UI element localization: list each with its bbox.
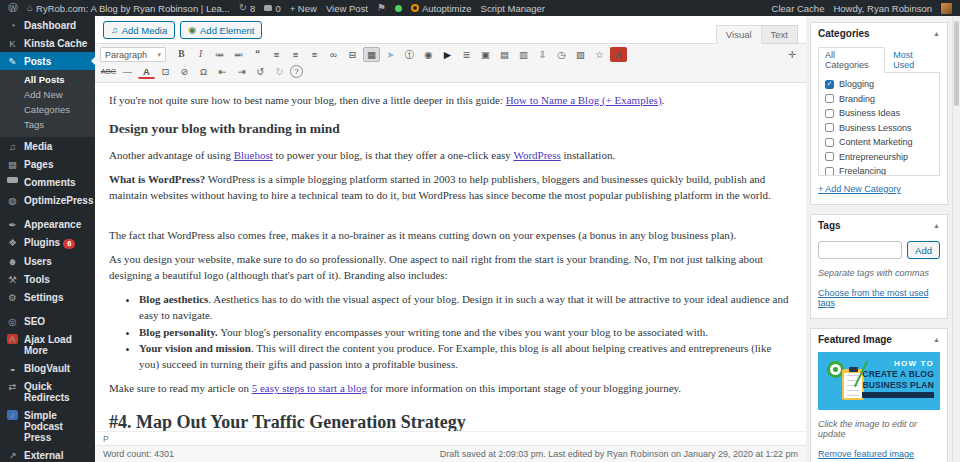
sidebar-item-seo[interactable]: ◎SEO	[0, 312, 95, 330]
content-link[interactable]: WordPress	[513, 149, 560, 161]
italic-icon[interactable]: I	[192, 47, 209, 62]
category-item-content-marketing[interactable]: Content Marketing	[825, 137, 939, 147]
category-item-blogging[interactable]: ✓Blogging	[825, 79, 939, 89]
checkbox-icon[interactable]	[825, 138, 834, 147]
content-link[interactable]: Bluehost	[234, 149, 273, 161]
twitter-icon[interactable]: ⓣ	[401, 47, 418, 62]
sidebar-item-tools[interactable]: ⚒Tools	[0, 270, 95, 288]
sidebar-item-simple-podcast-press[interactable]: ♪Simple Podcast Press	[0, 406, 95, 446]
sidebar-item-plugins[interactable]: ❖Plugins6	[0, 233, 95, 252]
template-icon[interactable]: ▤	[496, 47, 513, 62]
sidebar-item-pages[interactable]: ▤Pages	[0, 155, 95, 173]
add-tag-button[interactable]: Add	[907, 241, 940, 259]
sidebar-item-posts[interactable]: ✎Posts	[0, 52, 95, 70]
hr-icon[interactable]: —	[119, 64, 136, 79]
redo-icon[interactable]: ↻	[271, 64, 288, 79]
updates-menu[interactable]: ↻ 8	[239, 3, 256, 14]
view-post-menu[interactable]: View Post	[326, 3, 368, 14]
clock-icon[interactable]: ◷	[553, 47, 570, 62]
blockquote-icon[interactable]: “	[249, 47, 266, 62]
comments-menu[interactable]: 0	[264, 3, 280, 14]
add-new-category-link[interactable]: + Add New Category	[818, 184, 901, 194]
sidebar-item-comments[interactable]: Comments	[0, 173, 95, 191]
sidebar-item-kinsta-cache[interactable]: KKinsta Cache	[0, 34, 95, 52]
sidebar-item-settings[interactable]: ⚙Settings	[0, 288, 95, 306]
autoptimize-menu[interactable]: Autoptimize	[411, 3, 472, 14]
submenu-item-tags[interactable]: Tags	[0, 117, 95, 132]
align-left-icon[interactable]: ≡	[268, 47, 285, 62]
category-item-entrepreneurship[interactable]: Entrepreneurship	[825, 152, 939, 162]
sidebar-item-blogvault[interactable]: ◒BlogVault	[0, 359, 95, 377]
sidebar-item-external-links[interactable]: ↗External Links	[0, 446, 95, 462]
toc-icon[interactable]: ≣	[458, 47, 475, 62]
panel-toggle-icon[interactable]: ▲	[933, 30, 940, 37]
pennant-icon[interactable]: ⚑	[377, 3, 386, 13]
sidebar-item-quick-redirects[interactable]: ⇄Quick Redirects	[0, 377, 95, 406]
featured-image-thumbnail[interactable]: HOW TO CREATE A BLOG BUSINESS PLAN	[818, 352, 940, 410]
highlight-a-icon[interactable]: A	[610, 47, 627, 62]
scrollbar-thumb[interactable]	[954, 21, 959, 106]
paragraph-select[interactable]: Paragraph ▾	[100, 47, 166, 62]
clear-format-icon[interactable]: ⊘	[176, 64, 193, 79]
strikethrough-icon[interactable]: ABC	[100, 64, 117, 79]
add-element-button[interactable]: ◉ Add Element	[180, 21, 262, 39]
checkbox-checked-icon[interactable]: ✓	[825, 80, 834, 89]
checkbox-icon[interactable]	[825, 123, 834, 132]
download-icon[interactable]: ⇩	[534, 47, 551, 62]
book-icon[interactable]: ▧	[572, 47, 589, 62]
most-used-tags-link[interactable]: Choose from the most used tags	[818, 288, 940, 308]
checkbox-icon[interactable]	[825, 167, 834, 176]
sidebar-item-dashboard[interactable]: ◔Dashboard	[0, 16, 95, 34]
status-dot-icon[interactable]	[395, 5, 402, 12]
numbered-list-icon[interactable]: ≕	[230, 47, 247, 62]
gift-icon[interactable]: ▣	[477, 47, 494, 62]
checkbox-icon[interactable]	[825, 152, 834, 161]
star-icon[interactable]: ☆	[591, 47, 608, 62]
panel-toggle-icon[interactable]: ▲	[933, 222, 940, 229]
editor-content[interactable]: If you're not quite sure how to best nam…	[95, 83, 806, 431]
sidebar-item-appearance[interactable]: ✒Appearance	[0, 215, 95, 233]
sidebar-item-users[interactable]: ☻Users	[0, 252, 95, 270]
submenu-item-all-posts[interactable]: All Posts	[0, 72, 95, 87]
swoosh-icon[interactable]: ➤	[382, 47, 399, 62]
shortcode-icon[interactable]: ▥	[515, 47, 532, 62]
submenu-item-add-new[interactable]: Add New	[0, 87, 95, 102]
tags-input[interactable]	[818, 241, 902, 259]
bulleted-list-icon[interactable]: ≔	[211, 47, 228, 62]
undo-icon[interactable]: ↺	[252, 64, 269, 79]
avatar[interactable]	[941, 3, 952, 14]
link-icon[interactable]: ∞	[325, 47, 342, 62]
category-item-business-ideas[interactable]: Business Ideas	[825, 108, 939, 118]
outdent-icon[interactable]: ⇤	[214, 64, 231, 79]
tab-text[interactable]: Text	[762, 25, 798, 44]
content-link[interactable]: 5 easy steps to start a blog	[252, 382, 367, 394]
panel-toggle-icon[interactable]: ▲	[933, 336, 940, 343]
special-char-icon[interactable]: Ω	[195, 64, 212, 79]
site-name-menu[interactable]: ⌂ RyRob.com: A Blog by Ryan Robinson | L…	[27, 3, 230, 14]
submenu-item-categories[interactable]: Categories	[0, 102, 95, 117]
indent-icon[interactable]: ⇥	[233, 64, 250, 79]
play-icon[interactable]: ▶	[439, 47, 456, 62]
categories-panel-header[interactable]: Categories ▲	[811, 23, 947, 44]
content-link[interactable]: How to Name a Blog (+ Examples)	[506, 94, 662, 106]
add-media-button[interactable]: ♫ Add Media	[103, 21, 175, 39]
category-item-branding[interactable]: Branding	[825, 94, 939, 104]
path-label[interactable]: P	[103, 434, 109, 444]
clear-cache-menu[interactable]: Clear Cache	[772, 3, 825, 14]
category-item-freelancing[interactable]: Freelancing	[825, 166, 939, 176]
sidebar-item-optimizepress[interactable]: ◍OptimizePress	[0, 191, 95, 209]
howdy-menu[interactable]: Howdy, Ryan Robinson	[833, 3, 932, 14]
wordpress-logo-icon[interactable]: Ⓦ	[8, 3, 18, 13]
category-item-business-lessons[interactable]: Business Lessons	[825, 123, 939, 133]
toolbar-toggle-icon[interactable]: ▦	[363, 47, 380, 62]
script-manager-menu[interactable]: Script Manager	[481, 3, 545, 14]
embed-icon[interactable]: ◉	[420, 47, 437, 62]
featured-image-panel-header[interactable]: Featured Image ▲	[811, 329, 947, 350]
sidebar-item-media[interactable]: ♫Media	[0, 137, 95, 155]
sidebar-item-ajax-load-more[interactable]: AAjax Load More	[0, 330, 95, 359]
align-right-icon[interactable]: ≡	[306, 47, 323, 62]
checkbox-icon[interactable]	[825, 94, 834, 103]
tab-all-categories[interactable]: All Categories	[818, 47, 885, 73]
paste-text-icon[interactable]: ⊡	[157, 64, 174, 79]
page-scrollbar[interactable]	[952, 16, 960, 462]
